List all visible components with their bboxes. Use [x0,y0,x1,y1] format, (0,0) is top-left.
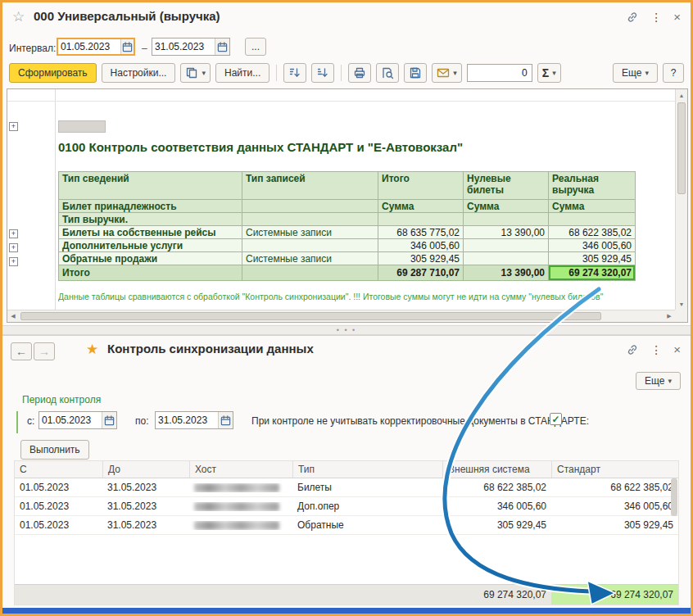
totals-external-cell: 69 274 320,07 [442,589,551,600]
print-button[interactable] [348,63,371,83]
window-splitter[interactable]: • • • [2,325,691,335]
skip-corrections-checkbox[interactable]: ✓ [550,413,562,425]
report-grid-area: + + + + 0100 Контроль соответствия данны… [7,88,688,323]
total-real-cell-highlighted: 69 274 320,07 [549,265,636,281]
sync-window-actions: ⋮ × [626,343,681,356]
chevron-down-icon: ▾ [552,69,556,77]
sync-table-header: С До Хост Тип Внешняя система Стандарт [15,461,678,478]
scroll-left-icon[interactable]: ◀ [7,310,19,322]
cell-to: 31.05.2023 [102,500,189,512]
horizontal-scrollbar[interactable]: ◀ ▶ [7,310,675,322]
toolbar-separator [341,65,342,81]
column-header[interactable]: Тип [292,461,442,478]
column-header: Реальная выручка [549,172,636,200]
group-expander[interactable]: + [9,229,18,238]
grid-header-line [7,101,675,102]
interval-options-button[interactable]: ... [245,38,266,56]
column-header[interactable]: С [15,461,102,478]
calendar-icon[interactable] [102,412,116,428]
report-footnote: Данные таблицы сравниваются с обработкой… [58,292,671,301]
send-email-split-button[interactable]: ▾ [432,63,462,83]
section-cell [242,213,378,226]
calendar-icon[interactable] [218,412,233,428]
interval-to-input[interactable] [152,41,215,52]
link-icon[interactable] [626,11,639,24]
group-expander[interactable]: + [9,243,18,252]
settings-button[interactable]: Настройки... [102,63,176,83]
table-row[interactable]: 01.05.2023 31.05.2023 Доп.опер 346 005,6… [15,497,678,516]
column-header[interactable]: Хост [189,461,292,478]
row-name-cell: Обратные продажи [59,252,242,265]
scroll-right-icon[interactable]: ▶ [664,310,675,322]
favorite-star-icon[interactable]: ☆ [12,10,25,24]
sum-split-button[interactable]: Σ ▾ [537,63,561,83]
close-icon[interactable]: × [673,11,681,24]
calendar-icon[interactable] [215,38,229,55]
redacted-text [194,483,279,492]
more-button[interactable]: Еще▾ [636,372,681,390]
vertical-scroll-thumb[interactable] [677,102,686,194]
period-from-label: с: [27,415,34,427]
find-button[interactable]: Найти... [215,63,270,83]
scroll-up-icon[interactable]: ▲ [676,89,687,101]
cell-host-redacted [189,521,292,530]
row-records-cell: Системные записи [242,226,378,239]
counter-field[interactable] [467,64,532,82]
period-from-input[interactable] [39,414,102,426]
cell-standard: 68 622 385,02 [551,482,678,493]
group-expander[interactable]: + [9,122,18,131]
period-to-input[interactable] [156,414,218,426]
help-button[interactable]: ? [663,63,684,83]
cell-standard: 346 005,60 [551,500,678,512]
scroll-down-icon[interactable]: ▼ [676,298,687,310]
column-header[interactable]: Внешняя система [442,461,551,478]
column-header[interactable]: До [102,461,189,478]
cell-external: 305 929,45 [442,519,551,531]
interval-from-input[interactable] [58,41,120,52]
grid-gutter-line [55,89,56,310]
cell-type: Доп.опер [292,500,442,512]
table-row[interactable]: 01.05.2023 31.05.2023 Обратные 305 929,4… [15,516,678,535]
save-button[interactable] [404,63,427,83]
copy-settings-split-button[interactable]: ▾ [180,63,211,83]
print-preview-button[interactable] [376,63,399,83]
nav-forward-button[interactable]: → [34,342,55,360]
report-title: 0100 Контроль соответствия данных СТАНДА… [58,140,463,154]
favorite-star-filled-icon[interactable]: ★ [86,342,98,356]
cell-to: 31.05.2023 [102,519,189,531]
more-menu-icon[interactable]: ⋮ [650,11,662,24]
more-menu-icon[interactable]: ⋮ [650,343,662,356]
period-to-label: по: [135,415,149,427]
column-header[interactable]: Стандарт [551,461,678,478]
report-data-row[interactable]: Обратные продажи Системные записи 305 92… [59,252,636,265]
report-data-row[interactable]: Дополнительные услуги 346 005,60 346 005… [59,239,636,252]
table-row[interactable]: 01.05.2023 31.05.2023 Билеты 68 622 385,… [15,478,678,497]
total-label-cell: Итого [59,265,242,281]
table-scroll-thumb[interactable] [671,478,677,516]
section-cell: Тип выручки. [59,213,242,226]
close-icon[interactable]: × [673,343,681,356]
calendar-icon[interactable] [120,39,134,54]
run-button[interactable]: Выполнить [20,440,89,460]
horizontal-scroll-thumb[interactable] [20,312,601,320]
row-total-cell: 305 929,45 [378,252,464,265]
row-zero-cell: 13 390,00 [464,226,549,239]
link-icon[interactable] [626,343,639,356]
sort-ascending-button[interactable] [311,63,334,83]
column-header: Нулевые билеты [464,172,549,200]
report-window-title: 000 Универсальный (выручка) [34,9,220,23]
row-name-cell: Дополнительные услуги [59,239,242,252]
table-scrollbar[interactable] [671,478,677,584]
report-data-row[interactable]: Билеты на собственные рейсы Системные за… [59,226,636,239]
sync-totals-row: 69 274 320,07 69 274 320,07 [15,584,678,605]
vertical-scrollbar[interactable]: ▲ ▼ [675,89,687,310]
nav-back-button[interactable]: ← [11,342,32,360]
group-expander[interactable]: + [9,257,18,266]
sort-descending-button[interactable] [283,63,306,83]
section-cell [378,213,464,226]
more-button[interactable]: Еще▾ [613,63,658,83]
report-total-row[interactable]: Итого 69 287 710,07 13 390,00 69 274 320… [59,265,636,281]
subheader-cell: Сумма [464,200,549,213]
report-toolbar: Сформировать Настройки... ▾ Найти... [9,62,684,84]
generate-button[interactable]: Сформировать [9,63,97,83]
